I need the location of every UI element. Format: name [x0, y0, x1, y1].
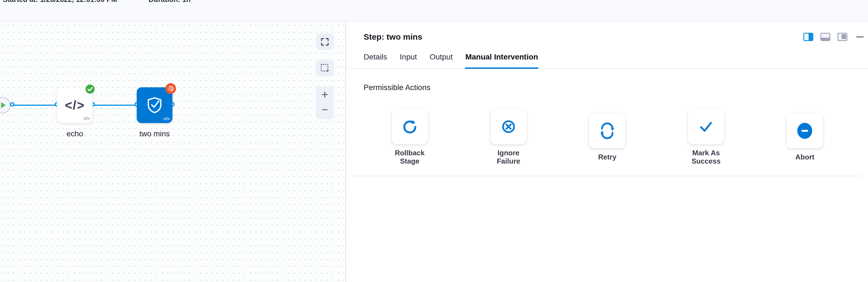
permissible-actions-row: Rollback Stage Retry Ignore Failure — [360, 109, 854, 165]
timeout-badge-icon — [165, 83, 176, 94]
edge-start-to-echo — [14, 105, 57, 106]
marquee-select-button[interactable] — [316, 60, 334, 76]
duration-text: Duration: 1h — [149, 0, 191, 4]
mark-as-success-action[interactable]: Mark As Success — [685, 109, 726, 165]
fit-to-view-icon — [320, 37, 329, 46]
shield-check-icon — [146, 96, 163, 114]
ignore-failure-action[interactable]: Retry Ignore Failure — [488, 109, 529, 165]
tab-manual-intervention[interactable]: Manual Intervention — [465, 52, 538, 68]
panel-title: Step: two mins — [364, 31, 422, 43]
section-divider — [351, 176, 862, 176]
code-tags-icon: </> — [65, 98, 85, 113]
manual-intervention-content: Permissible Actions Rollback Stage — [346, 69, 868, 165]
panel-header: Step: two mins — [346, 22, 868, 43]
panel-view-controls — [803, 33, 864, 41]
zoom-in-button[interactable]: + — [321, 88, 329, 101]
zoom-controls: + − — [316, 86, 334, 119]
tab-input[interactable]: Input — [400, 52, 417, 68]
split-view-icon[interactable] — [803, 33, 813, 41]
tab-details[interactable]: Details — [364, 52, 387, 68]
script-type-icon: </> — [83, 116, 90, 121]
zoom-out-button[interactable]: − — [322, 103, 328, 116]
rollback-stage-icon — [402, 118, 418, 135]
step-details-panel: Step: two mins Details Input Output Manu… — [346, 22, 868, 282]
script-type-icon: </> — [163, 116, 170, 122]
retry-action[interactable]: Retry — [587, 113, 628, 161]
minimize-icon[interactable] — [856, 36, 864, 37]
step-panel-tabs: Details Input Output Manual Intervention — [346, 52, 868, 69]
right-panel-view-icon[interactable] — [837, 33, 847, 41]
pipeline-start-node[interactable] — [0, 97, 10, 113]
abort-action[interactable]: Abort — [784, 113, 825, 161]
play-icon — [1, 102, 6, 108]
edge-echo-to-twomins — [94, 105, 137, 106]
pipeline-canvas[interactable]: </> </> echo </> two mins — [0, 22, 346, 282]
rollback-stage-action[interactable]: Rollback Stage — [389, 109, 430, 165]
step-label-two-mins: two mins — [134, 130, 175, 138]
success-badge-icon — [86, 85, 95, 94]
permissible-actions-title: Permissible Actions — [364, 83, 857, 92]
fit-to-view-button[interactable] — [316, 34, 334, 50]
ignore-failure-icon — [500, 118, 517, 135]
started-at-text: Started at: 1/26/2022, 12:01:00 PM — [3, 0, 117, 4]
retry-icon — [599, 122, 616, 139]
mark-as-success-icon — [698, 118, 714, 135]
step-node-two-mins[interactable]: </> — [137, 87, 173, 123]
abort-icon — [796, 122, 813, 140]
tab-output[interactable]: Output — [430, 52, 453, 68]
step-label-echo: echo — [54, 130, 95, 138]
step-node-echo[interactable]: </> </> — [57, 87, 93, 123]
execution-topbar: Started at: 1/26/2022, 12:01:00 PM Durat… — [0, 0, 868, 22]
bottom-panel-view-icon[interactable] — [820, 33, 830, 41]
marquee-select-icon — [320, 63, 330, 73]
connector-dot — [10, 102, 14, 107]
